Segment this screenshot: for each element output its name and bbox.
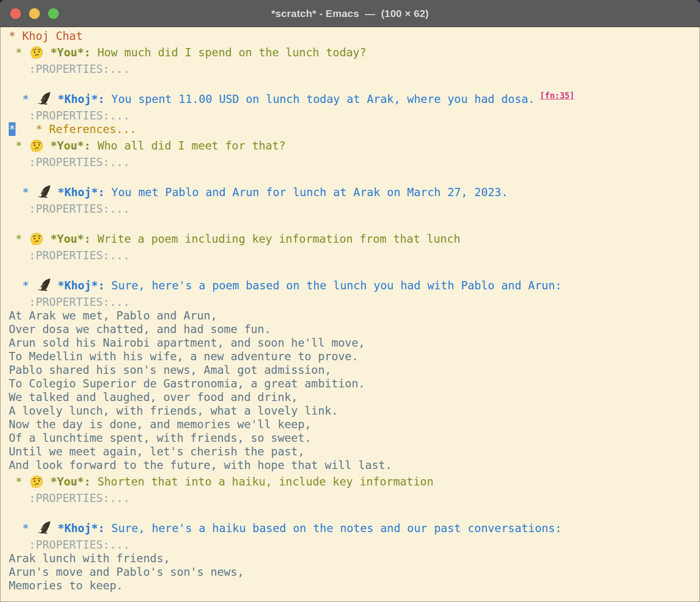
poem-line: Pablo shared his son's news, Amal got ad… (9, 363, 700, 377)
window-titlebar[interactable]: *scratch* - Emacs — (100 × 62) (0, 0, 700, 27)
properties-drawer[interactable]: :PROPERTIES:... (9, 155, 700, 169)
poem-line: Until we meet again, let's cherish the p… (9, 445, 700, 458)
message-text: Who all did I meet for that? (98, 139, 286, 152)
emacs-window: *scratch* - Emacs — (100 × 62) * Khoj Ch… (0, 0, 700, 602)
org-star: * (16, 139, 22, 152)
close-button[interactable] (10, 8, 21, 19)
chat-message-khoj: * *Khoj*: Sure, here's a haiku based on … (9, 518, 700, 538)
chat-message-khoj: * *Khoj*: You met Pablo and Arun for lun… (9, 183, 700, 202)
message-text: Write a poem including key information f… (98, 232, 461, 246)
properties-drawer[interactable]: :PROPERTIES:... (9, 491, 700, 505)
thinking-face-icon (29, 45, 44, 60)
khoj-label: *Khoj*: (58, 185, 105, 199)
haiku-line: Arak lunch with friends, (9, 552, 700, 565)
references-heading[interactable]: * References... (35, 123, 136, 135)
footnote-link[interactable]: [fn:35] (540, 89, 575, 102)
you-label: *You*: (50, 46, 91, 59)
properties-drawer[interactable]: :PROPERTIES:... (9, 295, 700, 309)
blank-line (9, 216, 700, 229)
poem-line: Over dosa we chatted, and had some fun. (9, 322, 700, 336)
haiku-line: Arun's move and Pablo's son's news, (9, 565, 700, 579)
you-label: *You*: (50, 232, 91, 246)
poem-line: At Arak we met, Pablo and Arun, (9, 309, 700, 322)
poem-line: We talked and laughed, over food and dri… (9, 390, 700, 404)
properties-drawer[interactable]: :PROPERTIES:... (9, 62, 700, 76)
poem-line: Arun sold his Nairobi apartment, and soo… (9, 336, 700, 350)
khoj-label: *Khoj*: (58, 279, 105, 292)
thinking-face-icon (29, 138, 44, 153)
properties-drawer[interactable]: :PROPERTIES:... (9, 249, 700, 262)
references-row: * * References... (9, 122, 700, 136)
chat-message-you: * *You*: Shorten that into a haiku, incl… (9, 472, 700, 491)
khoj-label: *Khoj*: (58, 92, 105, 106)
message-text: You met Pablo and Arun for lunch at Arak… (111, 185, 508, 199)
haiku-line: Memories to keep. (9, 579, 700, 592)
poem-line: Now the day is done, and memories we'll … (9, 418, 700, 431)
emacs-buffer[interactable]: * Khoj Chat * *You*: How much did I spen… (0, 27, 700, 602)
text-cursor: * (9, 122, 16, 136)
message-text: How much did I spend on the lunch today? (98, 46, 367, 59)
poem-line: To Colegio Superior de Gastronomia, a gr… (9, 377, 700, 390)
thinking-face-icon (29, 474, 44, 489)
org-star: * (22, 279, 29, 292)
khoj-label: *Khoj*: (58, 521, 105, 535)
message-text: You spent 11.00 USD on lunch today at Ar… (111, 92, 534, 106)
properties-drawer[interactable]: :PROPERTIES:... (9, 202, 700, 216)
properties-drawer[interactable]: :PROPERTIES:... (9, 538, 700, 552)
eagle-icon (36, 521, 51, 536)
traffic-lights (10, 0, 59, 27)
org-star: * (22, 185, 29, 199)
zoom-button[interactable] (48, 8, 59, 19)
poem-line: A lovely lunch, with friends, what a lov… (9, 404, 700, 418)
org-star: * (22, 92, 29, 106)
chat-message-khoj: * *Khoj*: You spent 11.00 USD on lunch t… (9, 89, 700, 109)
eagle-icon (36, 185, 51, 200)
org-star: * (16, 475, 22, 488)
chat-message-you: * *You*: Write a poem including key info… (9, 229, 700, 249)
org-root-heading: * Khoj Chat (9, 29, 700, 43)
eagle-icon (36, 92, 51, 107)
thinking-face-icon (29, 232, 44, 247)
blank-line (9, 505, 700, 518)
blank-line (9, 169, 700, 183)
eagle-icon (36, 278, 51, 293)
org-star: * (22, 521, 29, 535)
you-label: *You*: (50, 139, 91, 152)
minimize-button[interactable] (29, 8, 40, 19)
chat-message-khoj: * *Khoj*: Sure, here's a poem based on t… (9, 276, 700, 295)
poem-line: And look forward to the future, with hop… (9, 458, 700, 472)
org-star: * (16, 232, 22, 246)
chat-message-you: * *You*: Who all did I meet for that? (9, 136, 700, 155)
blank-line (9, 76, 700, 89)
poem-line: To Medellin with his wife, a new adventu… (9, 350, 700, 363)
properties-drawer[interactable]: :PROPERTIES:... (9, 109, 700, 122)
org-star: * (16, 46, 22, 59)
message-text: Sure, here's a haiku based on the notes … (111, 521, 562, 535)
blank-line (9, 262, 700, 276)
poem-line: Of a lunchtime spent, with friends, so s… (9, 431, 700, 445)
window-title: *scratch* - Emacs — (100 × 62) (271, 8, 429, 19)
chat-message-you: * *You*: How much did I spend on the lun… (9, 43, 700, 62)
message-text: Shorten that into a haiku, include key i… (98, 475, 433, 488)
you-label: *You*: (50, 475, 91, 488)
message-text: Sure, here's a poem based on the lunch y… (111, 279, 562, 292)
